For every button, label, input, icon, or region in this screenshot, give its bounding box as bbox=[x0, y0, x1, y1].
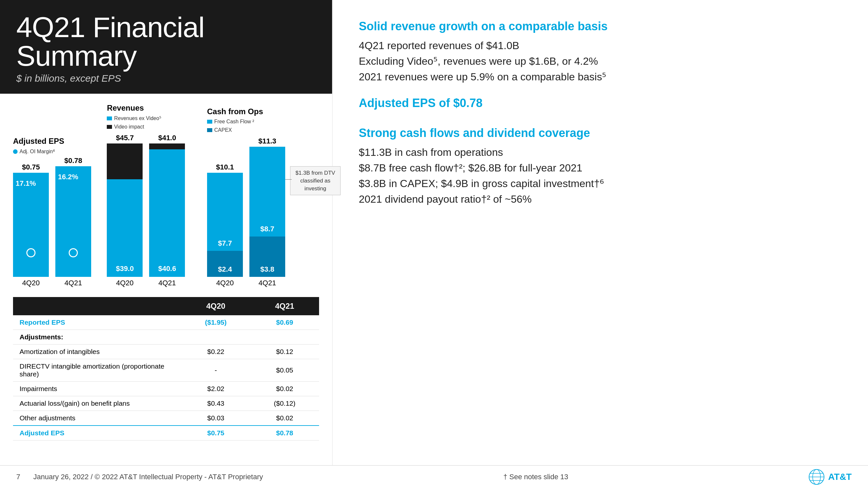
revenues-bar-4q20-total: $45.7 bbox=[116, 134, 134, 142]
revenues-bar-4q20: $45.7 $39.0 4Q20 bbox=[107, 134, 143, 287]
adjustments-4q21 bbox=[250, 330, 319, 345]
revenues-bar-4q21-total: $41.0 bbox=[158, 134, 176, 142]
left-header: 4Q21 Financial Summary $ in billions, ex… bbox=[0, 0, 332, 94]
eps-legend-label: Adj. OI Margin⁴ bbox=[20, 148, 55, 155]
cash-bar-4q20-capex-value: $2.4 bbox=[207, 265, 243, 273]
cash-section-title: Strong cash flows and dividend coverage bbox=[359, 126, 842, 140]
reported-eps-4q20: ($1.95) bbox=[181, 315, 250, 330]
revenues-legend2: Video impact bbox=[107, 124, 194, 130]
cash-bar-4q20-total: $10.1 bbox=[216, 163, 234, 171]
cash-annotation-line bbox=[285, 179, 292, 180]
row0-4q20: $0.22 bbox=[181, 345, 250, 359]
att-logo: AT&T bbox=[808, 469, 852, 485]
cash-bar-4q21-stack: $8.7 $3.8 $1.3B from DTV classified as i… bbox=[249, 147, 285, 277]
cash-bar-4q20-capex: $2.4 bbox=[207, 251, 243, 277]
summary-table: 4Q20 4Q21 Reported EPS ($1.95) $0.69 Adj… bbox=[13, 297, 319, 441]
revenues-bar-4q20-light: $39.0 bbox=[107, 179, 143, 277]
att-globe-icon bbox=[808, 469, 825, 485]
eps-bar-4q21-wrapper: 16.2% bbox=[55, 166, 91, 277]
revenue-bullet-0: 4Q21 reported revenues of $41.0B bbox=[359, 38, 842, 53]
row3-4q21: ($0.12) bbox=[250, 396, 319, 411]
eps-bar-4q21-pct: 16.2% bbox=[58, 173, 78, 181]
revenues-bar-4q21-dark bbox=[149, 143, 185, 149]
cash-section: Strong cash flows and dividend coverage … bbox=[359, 126, 842, 207]
revenues-bar-4q21-period: 4Q21 bbox=[159, 279, 176, 287]
left-panel: 4Q21 Financial Summary $ in billions, ex… bbox=[0, 0, 332, 465]
revenues-legend-light-icon bbox=[107, 117, 112, 120]
revenues-chart-title: Revenues bbox=[107, 103, 194, 112]
cash-bar-4q21-fcf-value: $8.7 bbox=[249, 225, 285, 233]
cash-bar-4q20-fcf-value: $7.7 bbox=[207, 239, 243, 248]
eps-bar-4q20-period: 4Q20 bbox=[22, 279, 40, 287]
cash-bar-4q21-total: $11.3 bbox=[258, 137, 276, 145]
row4-4q21: $0.02 bbox=[250, 411, 319, 426]
eps-section: Adjusted EPS of $0.78 bbox=[359, 96, 842, 115]
cash-bar-4q20-fcf: $7.7 bbox=[207, 173, 243, 251]
revenues-bar-4q21-stack: $40.6 bbox=[149, 143, 185, 277]
eps-bar-4q21-period: 4Q21 bbox=[64, 279, 82, 287]
row2-4q21: $0.02 bbox=[250, 382, 319, 396]
cash-bullet-3: 2021 dividend payout ratio†² of ~56% bbox=[359, 191, 842, 207]
revenue-section: Solid revenue growth on a comparable bas… bbox=[359, 20, 842, 85]
revenue-section-title: Solid revenue growth on a comparable bas… bbox=[359, 20, 842, 33]
adjustments-label: Adjustments: bbox=[13, 330, 181, 345]
eps-section-title: Adjusted EPS of $0.78 bbox=[359, 96, 842, 110]
row2-4q20: $2.02 bbox=[181, 382, 250, 396]
table-header-label bbox=[13, 297, 181, 315]
cash-bar-4q20: $10.1 $7.7 $2.4 4Q20 bbox=[207, 163, 243, 287]
reported-eps-row: Reported EPS ($1.95) $0.69 bbox=[13, 315, 319, 330]
revenues-legend1: Revenues ex Video⁵ bbox=[107, 115, 194, 121]
cash-legend1: Free Cash Flow ² bbox=[207, 119, 319, 125]
revenues-bar-4q21-fill: $40.6 bbox=[149, 143, 185, 277]
revenues-bar-4q20-fill: $39.0 bbox=[107, 143, 143, 277]
revenue-bullet-2: 2021 revenues were up 5.9% on a comparab… bbox=[359, 69, 842, 85]
revenues-bar-4q21-value: $40.6 bbox=[149, 264, 185, 273]
eps-legend: Adj. OI Margin⁴ bbox=[13, 148, 94, 155]
cash-legend2-label: CAPEX bbox=[214, 127, 232, 133]
cash-bar-4q20-stack: $7.7 $2.4 bbox=[207, 173, 243, 277]
revenue-bullet-1: Excluding Video⁵, revenues were up $1.6B… bbox=[359, 53, 842, 69]
page-subtitle: $ in billions, except EPS bbox=[16, 73, 316, 84]
eps-bar-4q20: $0.75 17.1% 4Q20 bbox=[13, 163, 49, 287]
right-panel: Solid revenue growth on a comparable bas… bbox=[333, 0, 868, 465]
adjusted-eps-label: Adjusted EPS bbox=[13, 426, 181, 441]
footer-left: 7 January 26, 2022 / © 2022 AT&T Intelle… bbox=[16, 473, 263, 481]
cash-bar-4q21-capex-value: $3.8 bbox=[249, 265, 285, 273]
cash-chart: Cash from Ops Free Cash Flow ² CAPEX bbox=[207, 107, 319, 287]
table-header-4q21: 4Q21 bbox=[250, 297, 319, 315]
revenues-bar-4q21-light: $40.6 bbox=[149, 149, 185, 277]
row3-label: Actuarial loss/(gain) on benefit plans bbox=[13, 396, 181, 411]
eps-chart: Adjusted EPS Adj. OI Margin⁴ $0.75 17.1% bbox=[13, 137, 94, 287]
revenue-section-body: 4Q21 reported revenues of $41.0B Excludi… bbox=[359, 38, 842, 85]
row1-4q20: - bbox=[181, 359, 250, 382]
cash-bar-4q21-fcf: $8.7 bbox=[249, 147, 285, 236]
footer: 7 January 26, 2022 / © 2022 AT&T Intelle… bbox=[0, 465, 868, 488]
adjustments-header-row: Adjustments: bbox=[13, 330, 319, 345]
adjustments-4q20 bbox=[181, 330, 250, 345]
reported-eps-label: Reported EPS bbox=[13, 315, 181, 330]
row0-label: Amortization of intangibles bbox=[13, 345, 181, 359]
eps-bar-4q20-circle bbox=[26, 248, 35, 257]
revenues-bar-4q20-period: 4Q20 bbox=[116, 279, 134, 287]
cash-bar-4q21: $11.3 $8.7 $3.8 $1.3B from DT bbox=[249, 137, 285, 287]
left-content: Adjusted EPS Adj. OI Margin⁴ $0.75 17.1% bbox=[0, 94, 332, 465]
table-row: DIRECTV intangible amortization (proport… bbox=[13, 359, 319, 382]
att-logo-text: AT&T bbox=[828, 472, 852, 482]
cash-legend1-label: Free Cash Flow ² bbox=[214, 119, 254, 125]
eps-bar-4q20-value: $0.75 bbox=[22, 163, 40, 171]
revenues-bars: $45.7 $39.0 4Q20 bbox=[107, 134, 194, 287]
reported-eps-4q21: $0.69 bbox=[250, 315, 319, 330]
cash-bar-4q20-period: 4Q20 bbox=[216, 279, 234, 287]
eps-bar-4q20-wrapper: 17.1% bbox=[13, 173, 49, 277]
cash-annotation-box: $1.3B from DTV classified as investing bbox=[290, 166, 341, 195]
eps-legend-dot bbox=[13, 149, 18, 154]
cash-legend-light-icon bbox=[207, 120, 212, 124]
cash-annotation-text: $1.3B from DTV classified as investing bbox=[296, 170, 335, 192]
page-title: 4Q21 Financial Summary bbox=[16, 13, 316, 70]
eps-bar-4q21-circle bbox=[69, 248, 78, 257]
cash-section-body: $11.3B in cash from operations $8.7B fre… bbox=[359, 144, 842, 207]
cash-bullet-0: $11.3B in cash from operations bbox=[359, 144, 842, 160]
table-row: Other adjustments $0.03 $0.02 bbox=[13, 411, 319, 426]
row1-4q21: $0.05 bbox=[250, 359, 319, 382]
adjusted-eps-4q21: $0.78 bbox=[250, 426, 319, 441]
